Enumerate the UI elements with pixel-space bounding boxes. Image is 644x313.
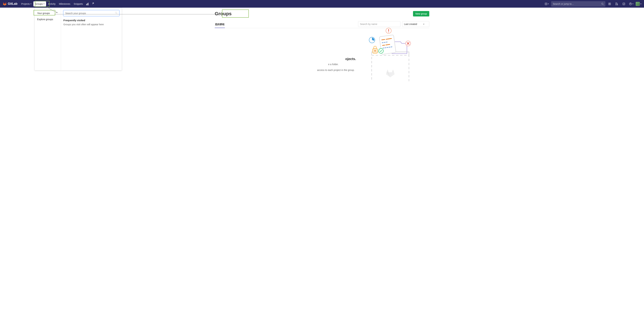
help-icon [629, 3, 632, 5]
dropdown-your-groups[interactable]: Your groups [35, 10, 61, 16]
empty-state-illustration [368, 27, 412, 81]
frequently-visited-text: Groups you visit often will appear here [64, 23, 119, 26]
nav-activity[interactable]: Activity [46, 0, 57, 8]
svg-point-5 [602, 3, 603, 5]
chevron-down-icon: ▾ [423, 23, 424, 26]
tab-your-groups[interactable]: 您的群组 [215, 21, 225, 28]
help-dropdown[interactable]: ▾ [628, 3, 634, 5]
nav-projects[interactable]: Projects ▾ [20, 0, 33, 8]
gitlab-logo[interactable]: GitLab [3, 2, 18, 6]
nav-milestones-label: Milestones [59, 3, 70, 5]
svg-rect-3 [86, 5, 89, 5]
groups-dropdown-search[interactable] [64, 10, 119, 16]
groups-dropdown-panel: Your groups Explore groups Frequently vi… [34, 8, 122, 70]
frequently-visited-heading: Frequently visited [64, 19, 119, 22]
svg-rect-0 [86, 4, 87, 5]
bar-chart-icon [86, 3, 89, 5]
sort-dropdown-label: Last created [404, 23, 417, 26]
nav-snippets[interactable]: Snippets [72, 0, 84, 8]
wrench-icon [92, 3, 94, 5]
merge-request-icon [615, 3, 618, 5]
nav-groups[interactable]: Groups ▾ [34, 1, 46, 7]
plus-square-icon [545, 3, 547, 5]
nav-projects-label: Projects [21, 3, 30, 5]
issues-icon [608, 3, 611, 5]
nav-milestones[interactable]: Milestones [57, 0, 72, 8]
chevron-down-icon: ▾ [640, 3, 641, 5]
chevron-down-icon: ▾ [632, 3, 633, 5]
empty-state: A group is a collection of several proje… [215, 28, 429, 81]
svg-point-24 [378, 49, 383, 53]
svg-point-28 [388, 32, 389, 32]
user-menu[interactable]: ▾ [636, 2, 641, 6]
svg-point-13 [115, 12, 117, 14]
groups-dropdown-main: Frequently visited Groups you visit ofte… [61, 8, 122, 70]
nav-analytics-icon[interactable] [84, 1, 90, 7]
svg-rect-1 [87, 3, 88, 5]
svg-line-18 [382, 45, 385, 46]
page-title: Groups [215, 11, 232, 17]
gitlab-brand-text: GitLab [8, 2, 18, 6]
top-navbar: GitLab Projects ▾ Groups ▾ Activity Mile… [0, 0, 644, 8]
gitlab-icon [3, 2, 7, 6]
issues-icon-btn[interactable] [607, 1, 612, 7]
global-search-input[interactable] [553, 3, 601, 5]
svg-line-15 [382, 40, 385, 40]
svg-point-7 [609, 4, 610, 4]
new-dropdown[interactable]: ▾ [544, 3, 550, 5]
svg-rect-27 [388, 29, 389, 31]
svg-point-10 [617, 5, 618, 5]
filter-by-name-input[interactable] [358, 21, 400, 27]
nav-activity-label: Activity [48, 3, 56, 5]
merge-requests-icon-btn[interactable] [614, 1, 620, 7]
search-icon [115, 12, 118, 15]
groups-dropdown-search-input[interactable] [65, 12, 115, 15]
todo-icon [622, 3, 625, 5]
dropdown-explore-groups[interactable]: Explore groups [35, 16, 61, 23]
svg-rect-23 [375, 51, 376, 52]
search-icon [601, 3, 604, 5]
chevron-down-icon: ▾ [30, 3, 31, 5]
global-search[interactable] [551, 1, 605, 7]
sort-dropdown[interactable]: Last created ▾ [402, 21, 429, 27]
svg-point-9 [616, 5, 616, 5]
chevron-down-icon: ▾ [44, 3, 44, 5]
nav-snippets-label: Snippets [74, 3, 83, 5]
new-group-button[interactable]: New group [413, 11, 429, 17]
chevron-down-icon: ▾ [548, 3, 549, 5]
nav-admin-icon[interactable] [90, 1, 96, 7]
nav-groups-label: Groups [35, 3, 43, 5]
user-avatar [636, 2, 640, 6]
svg-point-8 [616, 3, 616, 4]
svg-rect-2 [88, 3, 88, 5]
todos-icon-btn[interactable] [621, 1, 627, 7]
groups-dropdown-sidebar: Your groups Explore groups [35, 8, 61, 70]
